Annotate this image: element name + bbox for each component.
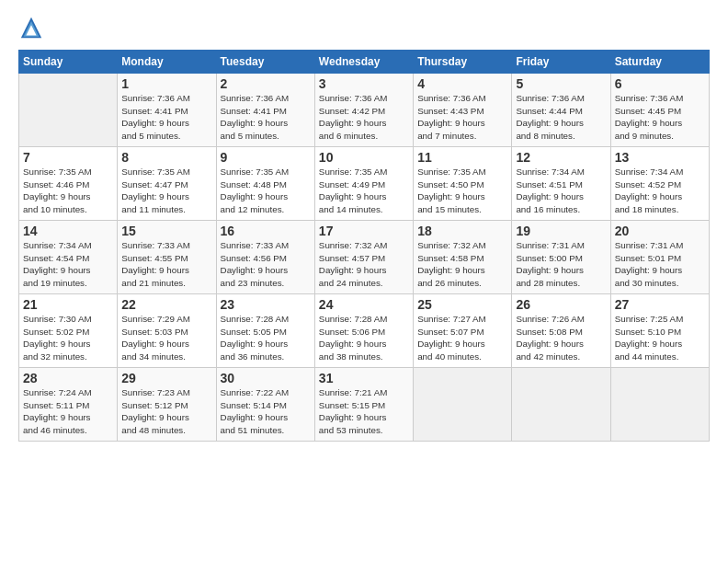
day-cell [414,368,512,442]
day-number: 16 [221,224,311,238]
day-info: Sunrise: 7:36 AM Sunset: 4:43 PM Dayligh… [417,92,507,143]
day-cell: 18Sunrise: 7:32 AM Sunset: 4:58 PM Dayli… [414,221,512,294]
day-info: Sunrise: 7:27 AM Sunset: 5:07 PM Dayligh… [417,313,507,363]
day-info: Sunrise: 7:29 AM Sunset: 5:03 PM Dayligh… [121,313,211,363]
day-info: Sunrise: 7:26 AM Sunset: 5:08 PM Dayligh… [516,313,606,363]
day-number: 11 [417,150,507,165]
logo [18,15,48,40]
day-cell: 23Sunrise: 7:28 AM Sunset: 5:05 PM Dayli… [216,294,314,368]
day-number: 21 [23,297,113,312]
day-cell: 24Sunrise: 7:28 AM Sunset: 5:06 PM Dayli… [314,294,413,368]
day-info: Sunrise: 7:23 AM Sunset: 5:12 PM Dayligh… [121,386,211,437]
day-number: 2 [221,76,311,91]
day-number: 1 [121,76,211,91]
day-cell: 13Sunrise: 7:34 AM Sunset: 4:52 PM Dayli… [610,147,709,221]
day-cell: 12Sunrise: 7:34 AM Sunset: 4:51 PM Dayli… [512,147,610,221]
day-info: Sunrise: 7:33 AM Sunset: 4:55 PM Dayligh… [121,239,211,290]
day-info: Sunrise: 7:28 AM Sunset: 5:06 PM Dayligh… [319,313,409,363]
day-cell: 11Sunrise: 7:35 AM Sunset: 4:50 PM Dayli… [414,147,512,221]
day-info: Sunrise: 7:36 AM Sunset: 4:42 PM Dayligh… [319,92,409,143]
day-cell: 5Sunrise: 7:36 AM Sunset: 4:44 PM Daylig… [512,74,610,147]
day-cell [512,368,610,442]
day-info: Sunrise: 7:36 AM Sunset: 4:41 PM Dayligh… [221,92,311,143]
day-cell: 15Sunrise: 7:33 AM Sunset: 4:55 PM Dayli… [118,221,216,294]
day-cell: 27Sunrise: 7:25 AM Sunset: 5:10 PM Dayli… [610,294,709,368]
col-tuesday: Tuesday [216,51,314,74]
day-cell: 14Sunrise: 7:34 AM Sunset: 4:54 PM Dayli… [19,221,118,294]
day-number: 18 [417,224,507,238]
day-cell [610,368,709,442]
col-sunday: Sunday [19,51,118,74]
day-cell: 26Sunrise: 7:26 AM Sunset: 5:08 PM Dayli… [512,294,610,368]
day-number: 12 [516,150,606,165]
col-saturday: Saturday [610,51,709,74]
day-number: 28 [23,371,113,385]
day-info: Sunrise: 7:31 AM Sunset: 5:01 PM Dayligh… [615,239,705,290]
day-cell: 1Sunrise: 7:36 AM Sunset: 4:41 PM Daylig… [118,74,216,147]
day-cell: 4Sunrise: 7:36 AM Sunset: 4:43 PM Daylig… [414,74,512,147]
day-cell: 16Sunrise: 7:33 AM Sunset: 4:56 PM Dayli… [216,221,314,294]
day-cell: 28Sunrise: 7:24 AM Sunset: 5:11 PM Dayli… [19,368,118,442]
day-number: 8 [121,150,211,165]
day-number: 26 [516,297,606,312]
day-info: Sunrise: 7:31 AM Sunset: 5:00 PM Dayligh… [516,239,606,290]
day-info: Sunrise: 7:32 AM Sunset: 4:58 PM Dayligh… [417,239,507,290]
day-number: 27 [615,297,705,312]
day-cell: 17Sunrise: 7:32 AM Sunset: 4:57 PM Dayli… [314,221,413,294]
day-cell: 30Sunrise: 7:22 AM Sunset: 5:14 PM Dayli… [216,368,314,442]
day-number: 24 [319,297,409,312]
day-number: 20 [615,224,705,238]
week-row-5: 28Sunrise: 7:24 AM Sunset: 5:11 PM Dayli… [19,368,710,442]
day-info: Sunrise: 7:36 AM Sunset: 4:45 PM Dayligh… [615,92,705,143]
day-cell: 10Sunrise: 7:35 AM Sunset: 4:49 PM Dayli… [314,147,413,221]
day-number: 9 [221,150,311,165]
day-number: 29 [121,371,211,385]
week-row-1: 1Sunrise: 7:36 AM Sunset: 4:41 PM Daylig… [19,74,710,147]
calendar-table: Sunday Monday Tuesday Wednesday Thursday… [18,50,710,442]
day-info: Sunrise: 7:35 AM Sunset: 4:48 PM Dayligh… [221,166,311,216]
day-cell: 22Sunrise: 7:29 AM Sunset: 5:03 PM Dayli… [118,294,216,368]
day-info: Sunrise: 7:34 AM Sunset: 4:54 PM Dayligh… [23,239,113,290]
page: Sunday Monday Tuesday Wednesday Thursday… [0,0,728,451]
day-info: Sunrise: 7:24 AM Sunset: 5:11 PM Dayligh… [23,386,113,437]
day-info: Sunrise: 7:33 AM Sunset: 4:56 PM Dayligh… [221,239,311,290]
day-number: 5 [516,76,606,91]
day-info: Sunrise: 7:28 AM Sunset: 5:05 PM Dayligh… [221,313,311,363]
col-friday: Friday [512,51,610,74]
day-cell: 21Sunrise: 7:30 AM Sunset: 5:02 PM Dayli… [19,294,118,368]
day-cell: 20Sunrise: 7:31 AM Sunset: 5:01 PM Dayli… [610,221,709,294]
day-cell: 7Sunrise: 7:35 AM Sunset: 4:46 PM Daylig… [19,147,118,221]
day-info: Sunrise: 7:35 AM Sunset: 4:47 PM Dayligh… [121,166,211,216]
col-thursday: Thursday [414,51,512,74]
day-cell: 9Sunrise: 7:35 AM Sunset: 4:48 PM Daylig… [216,147,314,221]
day-number: 19 [516,224,606,238]
day-cell: 29Sunrise: 7:23 AM Sunset: 5:12 PM Dayli… [118,368,216,442]
day-info: Sunrise: 7:35 AM Sunset: 4:46 PM Dayligh… [23,166,113,216]
day-info: Sunrise: 7:22 AM Sunset: 5:14 PM Dayligh… [221,386,311,437]
day-info: Sunrise: 7:30 AM Sunset: 5:02 PM Dayligh… [23,313,113,363]
day-cell: 6Sunrise: 7:36 AM Sunset: 4:45 PM Daylig… [610,74,709,147]
day-info: Sunrise: 7:21 AM Sunset: 5:15 PM Dayligh… [319,386,409,437]
day-cell: 8Sunrise: 7:35 AM Sunset: 4:47 PM Daylig… [118,147,216,221]
day-info: Sunrise: 7:36 AM Sunset: 4:41 PM Dayligh… [121,92,211,143]
day-number: 25 [417,297,507,312]
day-cell [19,74,118,147]
day-number: 15 [121,224,211,238]
day-number: 4 [417,76,507,91]
day-info: Sunrise: 7:36 AM Sunset: 4:44 PM Dayligh… [516,92,606,143]
logo-icon [18,15,44,40]
day-cell: 2Sunrise: 7:36 AM Sunset: 4:41 PM Daylig… [216,74,314,147]
header [18,15,710,40]
day-cell: 25Sunrise: 7:27 AM Sunset: 5:07 PM Dayli… [414,294,512,368]
week-row-2: 7Sunrise: 7:35 AM Sunset: 4:46 PM Daylig… [19,147,710,221]
day-number: 17 [319,224,409,238]
day-number: 30 [221,371,311,385]
col-wednesday: Wednesday [314,51,413,74]
week-row-3: 14Sunrise: 7:34 AM Sunset: 4:54 PM Dayli… [19,221,710,294]
day-info: Sunrise: 7:35 AM Sunset: 4:50 PM Dayligh… [417,166,507,216]
day-info: Sunrise: 7:25 AM Sunset: 5:10 PM Dayligh… [615,313,705,363]
day-number: 3 [319,76,409,91]
day-info: Sunrise: 7:32 AM Sunset: 4:57 PM Dayligh… [319,239,409,290]
week-row-4: 21Sunrise: 7:30 AM Sunset: 5:02 PM Dayli… [19,294,710,368]
header-row: Sunday Monday Tuesday Wednesday Thursday… [19,51,710,74]
